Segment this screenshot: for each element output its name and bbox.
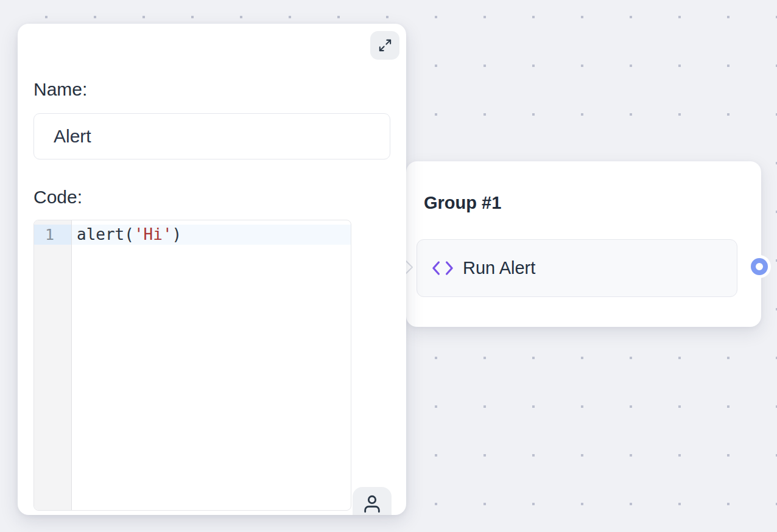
flow-canvas[interactable]: Group #1 Run Alert bbox=[0, 0, 777, 532]
output-handle[interactable] bbox=[751, 258, 768, 275]
code-icon bbox=[432, 260, 454, 276]
code-token-string: 'Hi' bbox=[134, 225, 172, 243]
properties-panel: Name: Code: 1 alert('Hi') bbox=[18, 24, 406, 515]
name-input[interactable] bbox=[33, 113, 390, 159]
line-number: 1 bbox=[34, 225, 71, 245]
expand-button[interactable] bbox=[370, 31, 399, 60]
node-run-alert[interactable]: Run Alert bbox=[417, 239, 737, 297]
code-token-function: alert( bbox=[77, 225, 134, 243]
user-icon bbox=[362, 494, 382, 514]
maximize-icon bbox=[378, 38, 392, 52]
editor-gutter: 1 bbox=[34, 220, 72, 510]
name-label: Name: bbox=[33, 79, 87, 100]
group-node-card[interactable]: Group #1 Run Alert bbox=[406, 161, 761, 327]
code-token-close: ) bbox=[172, 225, 182, 243]
user-button[interactable] bbox=[353, 487, 392, 515]
code-editor[interactable]: 1 alert('Hi') bbox=[33, 220, 351, 511]
code-label: Code: bbox=[33, 186, 82, 208]
node-label: Run Alert bbox=[463, 258, 535, 278]
code-line: alert('Hi') bbox=[72, 225, 351, 245]
group-title: Group #1 bbox=[424, 192, 501, 213]
editor-code-area[interactable]: alert('Hi') bbox=[72, 220, 351, 510]
